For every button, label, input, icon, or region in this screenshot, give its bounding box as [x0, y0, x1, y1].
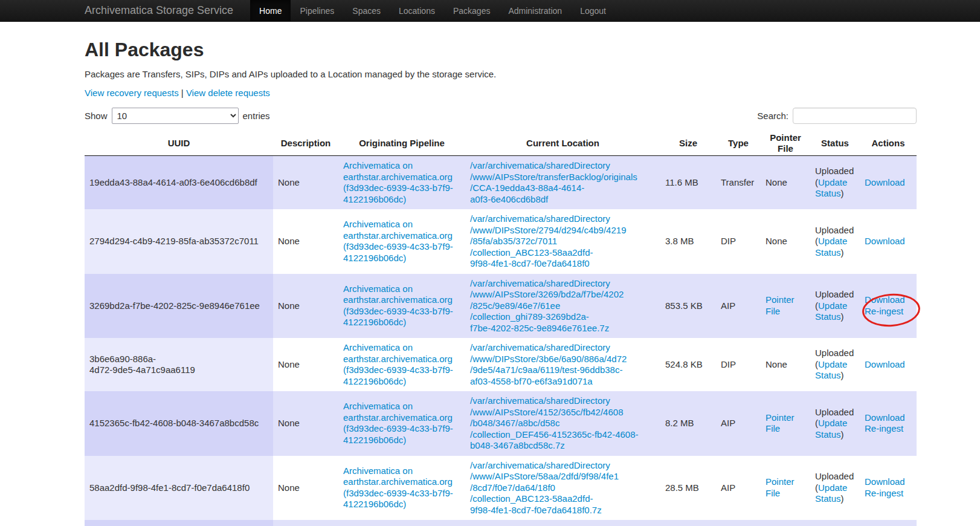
column-header-current-location[interactable]: Current Location	[465, 131, 660, 156]
show-label: Show	[85, 111, 108, 121]
nav-item-spaces[interactable]: Spaces	[343, 0, 390, 21]
type-cell: AIP	[716, 391, 761, 456]
size-cell: 3.8 MB	[660, 209, 716, 274]
pipeline-cell: Archivematica on earthstar.archivematica…	[338, 338, 465, 391]
search-input[interactable]	[793, 108, 917, 124]
description-cell: None	[273, 209, 338, 274]
uuid-cell: 4152365c-fb42-4608-b048-3467a8bcd58c	[85, 391, 273, 456]
location-link[interactable]: /var/archivematica/sharedDirectory/www/A…	[470, 460, 656, 516]
uuid-cell: 58aa2dfd-9f98-4fe1-8cd7-f0e7da6418f0	[85, 456, 273, 521]
pointer-file-cell: None	[761, 338, 810, 391]
size-cell: 853.5 KB	[660, 274, 716, 339]
status-cell: Uploaded (Update Status)	[810, 156, 860, 210]
reingest-link[interactable]: Re-ingest	[865, 488, 912, 499]
column-header-type[interactable]: Type	[716, 131, 761, 156]
uuid-cell: 19edda43-88a4-4614-a0f3-6e406cd6b8df	[85, 156, 273, 210]
column-header-status[interactable]: Status	[810, 131, 860, 156]
type-cell: DIP	[716, 338, 761, 391]
pointer-file-cell: Pointer File	[761, 456, 810, 521]
actions-cell: Download	[860, 156, 917, 210]
page-description: Packages are Transfers, SIPs, DIPs and A…	[85, 68, 917, 80]
location-cell: /var/archivematica/sharedDirectory/www/A…	[465, 274, 660, 339]
page-title: All Packages	[85, 39, 917, 61]
actions-cell: DownloadRe-ingest	[860, 456, 917, 521]
location-cell: /var/archivematica/sharedDirectory/www/D…	[465, 338, 660, 391]
pointer-file-link[interactable]: Pointer File	[766, 476, 795, 498]
location-cell: /var/archivematica/sharedDirectory/www/A…	[465, 456, 660, 521]
nav-item-logout[interactable]: Logout	[571, 0, 615, 21]
download-link[interactable]: Download	[865, 177, 912, 189]
navbar: Archivematica Storage Service Home Pipel…	[0, 0, 980, 22]
nav-item-pipelines[interactable]: Pipelines	[291, 0, 343, 21]
description-cell: None	[273, 156, 338, 210]
actions-cell: Download	[860, 209, 917, 274]
location-link[interactable]: /var/archivematica/sharedDirectory/www/A…	[470, 160, 656, 205]
nav-item-home[interactable]: Home	[250, 0, 291, 21]
location-link[interactable]: /var/archivematica/sharedDirectory/www/A…	[470, 278, 656, 334]
table-row: 2794d294-c4b9-4219-85fa-ab35372c7011 Non…	[85, 209, 917, 274]
pointer-file-text: None	[766, 236, 787, 246]
status-cell: Uploaded (Update Status)	[810, 391, 860, 456]
nav-item-packages[interactable]: Packages	[444, 0, 499, 21]
download-link[interactable]: Download	[865, 412, 912, 424]
reingest-link[interactable]: Re-ingest	[865, 306, 912, 317]
pointer-file-link[interactable]: Pointer File	[766, 294, 795, 316]
table-header-row: UUID Description Originating Pipeline Cu…	[85, 131, 917, 156]
search-label: Search:	[757, 111, 788, 121]
pipeline-link[interactable]: Archivematica on earthstar.archivematica…	[343, 284, 453, 328]
pipeline-link[interactable]: Archivematica on earthstar.archivematica…	[343, 466, 453, 510]
size-cell: 28.5 MB	[660, 456, 716, 521]
column-header-description[interactable]: Description	[273, 131, 338, 156]
view-delete-requests-link[interactable]: View delete requests	[186, 88, 270, 98]
column-header-originating-pipeline[interactable]: Originating Pipeline	[338, 131, 465, 156]
search-control: Search:	[757, 108, 917, 124]
pipeline-link[interactable]: Archivematica on earthstar.archivematica…	[343, 401, 453, 445]
location-link[interactable]: /var/archivematica/sharedDirectory/www/A…	[470, 395, 656, 452]
nav-item-locations[interactable]: Locations	[390, 0, 444, 21]
reingest-link[interactable]: Re-ingest	[865, 423, 912, 435]
pointer-file-cell: Pointer File	[761, 274, 810, 339]
pointer-file-link[interactable]: Pointer File	[766, 412, 795, 434]
nav-item-administration[interactable]: Administration	[499, 0, 571, 21]
pipeline-link[interactable]: Archivematica on earthstar.archivematica…	[343, 160, 453, 204]
size-cell: 8.2 MB	[660, 391, 716, 456]
pipeline-cell: Archivematica on earthstar.archivematica…	[338, 274, 465, 339]
download-link[interactable]: Download	[865, 476, 912, 488]
description-cell: None	[273, 274, 338, 339]
pipeline-cell: Archivematica on earthstar.archivematica…	[338, 391, 465, 456]
pipeline-cell: Archivematica on earthstar.archivematica…	[338, 156, 465, 210]
download-link[interactable]: Download	[865, 294, 912, 306]
pointer-file-cell: None	[761, 209, 810, 274]
download-link[interactable]: Download	[865, 236, 912, 247]
pointer-file-cell: None	[761, 156, 810, 210]
main-content: All Packages Packages are Transfers, SIP…	[85, 39, 917, 526]
request-links: View recovery requests | View delete req…	[85, 87, 917, 99]
column-header-size[interactable]: Size	[660, 131, 716, 156]
description-cell: None	[273, 391, 338, 456]
table-controls: Show 10 entries Search:	[85, 107, 917, 124]
actions-cell: DownloadRe-ingest	[860, 391, 917, 456]
table-row: 58aa2dfd-9f98-4fe1-8cd7-f0e7da6418f0 Non…	[85, 456, 917, 521]
view-recovery-requests-link[interactable]: View recovery requests	[85, 88, 179, 98]
location-cell: /var/archivematica/sharedDirectory/www/A…	[465, 391, 660, 456]
actions-cell: DownloadRe-ingest	[860, 274, 917, 339]
status-cell: Uploaded (Update Status)	[810, 209, 860, 274]
pointer-file-cell: Pointer File	[761, 391, 810, 456]
column-header-pointer-file[interactable]: Pointer File	[761, 131, 810, 156]
column-header-uuid[interactable]: UUID	[85, 131, 273, 156]
table-row: 19edda43-88a4-4614-a0f3-6e406cd6b8df Non…	[85, 156, 917, 210]
pipeline-link[interactable]: Archivematica on earthstar.archivematica…	[343, 342, 453, 386]
pipeline-cell: Archivematica on earthstar.archivematica…	[338, 456, 465, 521]
location-link[interactable]: /var/archivematica/sharedDirectory/www/D…	[470, 213, 656, 270]
pipeline-link[interactable]: Archivematica on earthstar.archivematica…	[343, 219, 453, 263]
status-cell: Uploaded (Update Status)	[810, 274, 860, 339]
page-size-select[interactable]: 10	[112, 108, 239, 124]
location-link[interactable]: /var/archivematica/sharedDirectory/www/D…	[470, 342, 656, 387]
pointer-file-text: None	[766, 177, 787, 187]
type-cell: AIP	[716, 274, 761, 339]
column-header-actions[interactable]: Actions	[860, 131, 917, 156]
table-row: 3269bd2a-f7be-4202-825c-9e8946e761ee Non…	[85, 274, 917, 339]
table-row: 4152365c-fb42-4608-b048-3467a8bcd58c Non…	[85, 391, 917, 456]
download-link[interactable]: Download	[865, 359, 912, 371]
app-brand: Archivematica Storage Service	[85, 0, 250, 21]
